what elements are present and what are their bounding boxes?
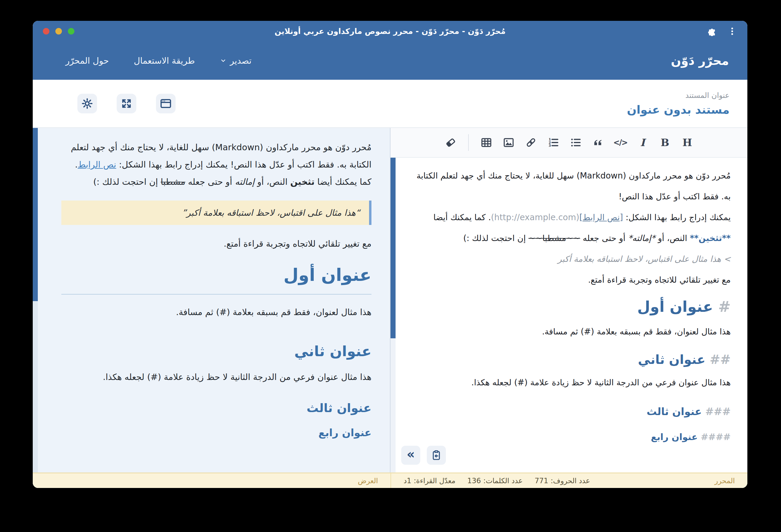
md-bold: **تثخين** [690,233,731,243]
clipboard-paste-icon [431,450,442,461]
gear-icon[interactable] [77,94,97,114]
editor-h4-line: #### عنوان رابع [414,432,731,442]
svg-text:3: 3 [548,143,551,147]
editor-h2-body: هذا مثال عنوان فرعي من الدرجة الثانية لا… [414,372,731,393]
document-header: عنوان المستند مستند بدون عنوان [33,80,747,128]
main-split: 123 </> I B H مُحرر دوّن هو محرر ماركداو… [33,128,747,473]
statusbar-editor-section: المحرر عدد الحروف:771 عدد الكلمات:136 مع… [390,473,747,488]
nav-item-usage[interactable]: طريقة الاستعمال [134,56,195,66]
editor-blockquote-line: > هذا مثال على اقتباس، لاحظ استباقه بعلا… [414,249,731,270]
link-icon[interactable] [524,135,538,150]
preview-link[interactable]: نص الرابط [78,160,116,170]
preview-scrollbar-thumb[interactable] [33,128,38,301]
document-title-label: عنوان المستند [627,91,730,100]
collapse-panel-button[interactable]: « [401,446,420,465]
window-panel-icon[interactable] [156,94,176,114]
preview-bold-text: تثخين [290,177,315,187]
nav-item-usage-label: طريقة الاستعمال [134,56,195,66]
preview-blockquote: “هذا مثال على اقتباس، لاحظ استباقه بعلام… [61,201,371,225]
h3-hash-marks: ### [705,405,731,417]
editor-scrollbar-thumb[interactable] [390,158,396,338]
eraser-icon[interactable] [444,135,458,150]
statusbar-view-section: العرض [33,473,390,488]
nav-menu: تصدير طريقة الاستعمال حول المحرّر [66,56,251,66]
preview-strike-text: مشطبا [161,177,186,187]
titlebar: مُحرّر دَوّن - محرّر دَوّن - محرر نصوص م… [33,21,747,42]
editor-link-line: يمكنك إدراج رابط بهذا الشكل: [نص الرابط]… [414,207,731,249]
image-icon[interactable] [501,135,516,150]
statusbar: المحرر عدد الحروف:771 عدد الكلمات:136 مع… [33,473,747,488]
document-title[interactable]: مستند بدون عنوان [627,103,730,116]
italic-icon[interactable]: I [635,135,650,150]
document-stats: عدد الحروف:771 عدد الكلمات:136 معدّل الق… [404,477,590,485]
navbar: محرّر دَوّن تصدير طريقة الاستعمال حول ال… [33,42,747,80]
clipboard-paste-button[interactable] [427,446,446,465]
app-brand[interactable]: محرّر دَوّن [671,54,729,68]
md-link-url: (http://example.com) [491,213,579,222]
editor-h1-line: # عنوان أول [414,298,731,315]
fullscreen-icon[interactable] [117,94,136,114]
editor-paragraph: مُحرر دوّن هو محرر ماركداون (Markdown) س… [414,166,731,207]
nav-item-about[interactable]: حول المحرّر [66,56,109,66]
ordered-list-icon[interactable]: 123 [546,135,561,150]
preview-heading-2: عنوان ثاني [61,343,371,359]
view-pane-label: العرض [358,477,378,485]
app-window: مُحرّر دَوّن - محرّر دَوّن - محرر نصوص م… [33,21,747,488]
nav-item-export[interactable]: تصدير [220,56,252,66]
preview-heading-1: عنوان أول [61,265,371,295]
preview-pane: مُحرر دوّن هو محرر ماركداون (Markdown) س… [33,128,390,473]
editor-pane: 123 </> I B H مُحرر دوّن هو محرر ماركداو… [390,128,747,473]
char-count: عدد الحروف:771 [535,477,590,485]
editor-scrollbar-track[interactable] [390,158,396,473]
h4-hash-marks: #### [701,432,731,442]
editor-h1-body: هذا مثال لعنوان، فقط قم بسبقه بعلامة (#)… [414,321,731,342]
preview-scrollbar-track[interactable] [33,128,38,473]
preview-heading-4: عنوان رابع [61,427,371,439]
table-icon[interactable] [479,135,493,150]
md-strike: ~~مشطبا~~ [528,233,580,243]
md-italic: *إمالته* [628,233,655,243]
quote-icon[interactable] [591,135,605,150]
nav-item-about-label: حول المحرّر [66,56,109,66]
md-link-label: [نص الرابط] [579,213,623,222]
unordered-list-icon[interactable] [569,135,583,150]
word-count: عدد الكلمات:136 [467,477,523,485]
reading-time: معدّل القراءة:1د [404,477,455,485]
nav-item-export-label: تصدير [230,56,252,66]
preview-h2-body: هذا مثال عنوان فرعي من الدرجة الثانية لا… [61,372,371,382]
code-icon[interactable]: </> [613,135,627,150]
chevron-down-icon [220,57,227,64]
editor-pane-label: المحرر [714,477,735,485]
heading-icon[interactable]: H [680,135,694,150]
chevrons-left-icon: « [407,448,415,462]
editor-h2-line: ## عنوان ثاني [414,352,731,367]
bold-icon[interactable]: B [658,135,672,150]
toolbar-divider [468,134,469,151]
editor-toolbar: 123 </> I B H [390,128,747,158]
preview-paragraph: مُحرر دوّن هو محرر ماركداون (Markdown) س… [61,139,371,190]
markdown-editor-content[interactable]: مُحرر دوّن هو محرر ماركداون (Markdown) س… [390,158,747,473]
preview-direction-line: مع تغيير تلقائي للاتجاه وتجربة قراءة أمت… [61,238,371,249]
preview-h1-body: هذا مثال لعنوان، فقط قم بسبقه بعلامة (#)… [61,307,371,317]
window-title: مُحرّر دَوّن - محرّر دَوّن - محرر نصوص م… [33,27,747,36]
preview-italic-text: إمالته [235,177,254,187]
h2-hash-marks: ## [710,352,731,367]
h1-hash-marks: # [718,298,731,315]
editor-h3-line: ### عنوان ثالث [414,405,731,417]
editor-direction-line: مع تغيير تلقائي للاتجاه وتجربة قراءة أمت… [414,270,731,291]
preview-heading-3: عنوان ثالث [61,401,371,415]
